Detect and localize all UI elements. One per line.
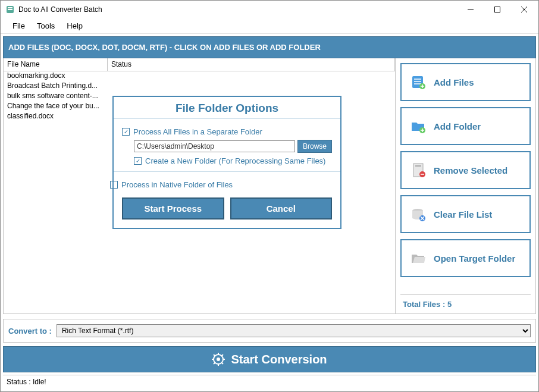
menu-file[interactable]: File <box>7 20 31 32</box>
convert-format-select[interactable]: Rich Text Format (*.rtf) <box>57 324 531 337</box>
table-row[interactable]: classified.docx <box>4 112 108 122</box>
gear-icon <box>212 353 225 366</box>
start-conversion-label: Start Conversion <box>231 353 327 366</box>
open-target-label: Open Target Folder <box>434 253 515 264</box>
process-separate-checkbox[interactable]: ✓ <box>122 128 130 136</box>
file-folder-options-dialog: File Folder Options ✓ Process All Files … <box>112 96 341 229</box>
remove-selected-label: Remove Selected <box>434 165 507 175</box>
svg-rect-18 <box>415 165 421 167</box>
minimize-button[interactable] <box>457 1 484 18</box>
svg-rect-2 <box>8 9 12 10</box>
svg-rect-4 <box>494 7 500 12</box>
create-new-folder-label: Create a New Folder (For Reprocessing Sa… <box>145 156 325 165</box>
process-native-label: Process in Native Folder of Files <box>121 180 233 189</box>
window-title: Doc to All Converter Batch <box>18 5 457 14</box>
add-files-banner: ADD FILES (DOC, DOCX, DOT, DOCM, RTF) - … <box>3 36 536 58</box>
svg-line-33 <box>221 355 223 356</box>
folder-path-input[interactable] <box>134 140 295 152</box>
maximize-button[interactable] <box>484 1 510 18</box>
table-row[interactable]: bulk sms software content-... <box>4 92 108 102</box>
add-folder-icon <box>410 118 427 134</box>
menu-tools[interactable]: Tools <box>31 20 61 32</box>
dialog-title: File Folder Options <box>114 97 340 119</box>
add-files-button[interactable]: Add Files <box>400 63 531 101</box>
svg-line-34 <box>214 362 215 364</box>
column-filename[interactable]: File Name <box>4 58 108 71</box>
clear-list-icon <box>410 206 427 222</box>
process-native-checkbox[interactable] <box>110 181 118 189</box>
svg-point-26 <box>217 357 220 361</box>
clear-list-button[interactable]: Clear File List <box>400 195 531 233</box>
add-files-icon <box>410 74 427 90</box>
svg-line-32 <box>221 362 223 364</box>
menu-help[interactable]: Help <box>61 20 89 32</box>
titlebar: Doc to All Converter Batch <box>1 1 538 18</box>
start-process-button[interactable]: Start Process <box>122 197 224 219</box>
open-folder-icon <box>410 250 427 266</box>
table-row[interactable]: bookmarking.docx <box>4 71 108 81</box>
remove-selected-icon <box>410 162 427 178</box>
convert-to-row: Convert to : Rich Text Format (*.rtf) <box>3 319 536 343</box>
add-folder-label: Add Folder <box>434 121 481 131</box>
process-separate-label: Process All Files in a Separate Folder <box>133 127 262 136</box>
column-status[interactable]: Status <box>108 58 395 71</box>
svg-line-31 <box>214 355 215 356</box>
open-target-button[interactable]: Open Target Folder <box>400 239 531 277</box>
menubar: File Tools Help <box>1 18 538 34</box>
svg-rect-1 <box>8 7 12 8</box>
start-conversion-button[interactable]: Start Conversion <box>3 346 536 372</box>
app-icon <box>5 5 15 14</box>
create-new-folder-checkbox[interactable]: ✓ <box>134 157 142 165</box>
convert-to-label: Convert to : <box>8 327 52 335</box>
table-row[interactable]: Change the face of your bu... <box>4 102 108 112</box>
browse-button[interactable]: Browse <box>297 140 332 153</box>
status-bar: Status : Idle! <box>3 375 536 388</box>
table-row[interactable]: Broadcast Batch Printing.d... <box>4 81 108 92</box>
add-files-label: Add Files <box>434 77 474 87</box>
action-sidebar: Add Files Add Folder Remove Selected Cle… <box>396 58 535 313</box>
close-button[interactable] <box>510 1 537 18</box>
total-files-label: Total Files : 5 <box>400 294 531 309</box>
clear-list-label: Clear File List <box>434 209 492 219</box>
cancel-button[interactable]: Cancel <box>230 197 333 219</box>
add-folder-button[interactable]: Add Folder <box>400 107 531 145</box>
remove-selected-button[interactable]: Remove Selected <box>400 151 531 189</box>
